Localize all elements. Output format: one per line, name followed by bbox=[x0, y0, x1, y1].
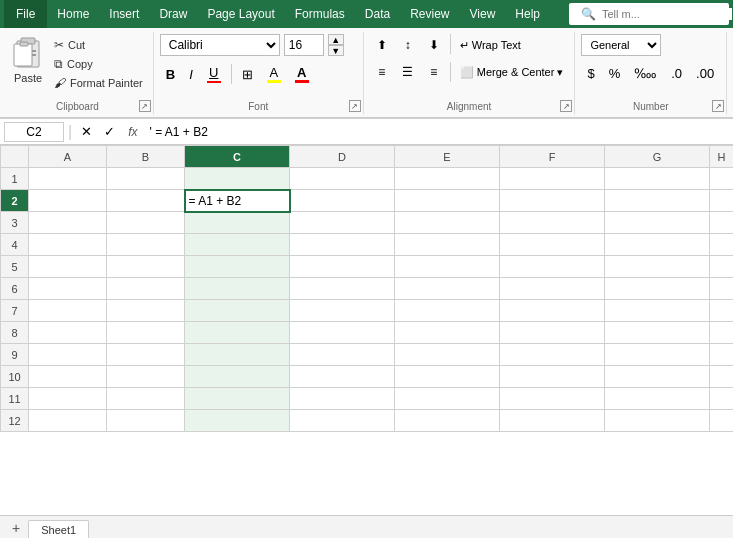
cell-C6[interactable] bbox=[185, 278, 290, 300]
cell-F9[interactable] bbox=[500, 344, 605, 366]
cell-A10[interactable] bbox=[29, 366, 107, 388]
cell-G10[interactable] bbox=[605, 366, 710, 388]
col-header-A[interactable]: A bbox=[29, 146, 107, 168]
col-header-G[interactable]: G bbox=[605, 146, 710, 168]
col-header-E[interactable]: E bbox=[395, 146, 500, 168]
cell-E3[interactable] bbox=[395, 212, 500, 234]
cell-F4[interactable] bbox=[500, 234, 605, 256]
col-header-H[interactable]: H bbox=[710, 146, 734, 168]
cell-C3[interactable] bbox=[185, 212, 290, 234]
search-input[interactable] bbox=[602, 8, 732, 20]
cell-G3[interactable] bbox=[605, 212, 710, 234]
cell-G4[interactable] bbox=[605, 234, 710, 256]
cell-F5[interactable] bbox=[500, 256, 605, 278]
menu-home[interactable]: Home bbox=[47, 3, 99, 25]
cell-B9[interactable] bbox=[107, 344, 185, 366]
cell-G9[interactable] bbox=[605, 344, 710, 366]
decrease-decimal-button[interactable]: .00 bbox=[690, 61, 720, 85]
cut-button[interactable]: ✂ Cut bbox=[50, 36, 147, 54]
cell-B7[interactable] bbox=[107, 300, 185, 322]
cell-A12[interactable] bbox=[29, 410, 107, 432]
bold-button[interactable]: B bbox=[160, 62, 181, 86]
row-number-4[interactable]: 4 bbox=[1, 234, 29, 256]
cell-A5[interactable] bbox=[29, 256, 107, 278]
row-number-12[interactable]: 12 bbox=[1, 410, 29, 432]
cell-A11[interactable] bbox=[29, 388, 107, 410]
cell-E12[interactable] bbox=[395, 410, 500, 432]
cell-C5[interactable] bbox=[185, 256, 290, 278]
cell-B4[interactable] bbox=[107, 234, 185, 256]
col-header-D[interactable]: D bbox=[290, 146, 395, 168]
cell-H2[interactable] bbox=[710, 190, 734, 212]
cell-B6[interactable] bbox=[107, 278, 185, 300]
cell-E7[interactable] bbox=[395, 300, 500, 322]
cell-F12[interactable] bbox=[500, 410, 605, 432]
file-menu[interactable]: File bbox=[4, 0, 47, 28]
align-bottom-button[interactable]: ⬇ bbox=[422, 34, 446, 56]
align-left-button[interactable]: ≡ bbox=[370, 61, 394, 83]
cell-F8[interactable] bbox=[500, 322, 605, 344]
formula-input[interactable] bbox=[146, 124, 730, 140]
cell-C12[interactable] bbox=[185, 410, 290, 432]
add-sheet-button[interactable]: + bbox=[4, 517, 28, 538]
decrease-font-button[interactable]: ▼ bbox=[328, 45, 344, 56]
cell-C1[interactable] bbox=[185, 168, 290, 190]
cell-D12[interactable] bbox=[290, 410, 395, 432]
row-number-10[interactable]: 10 bbox=[1, 366, 29, 388]
row-number-9[interactable]: 9 bbox=[1, 344, 29, 366]
cell-H4[interactable] bbox=[710, 234, 734, 256]
font-color-button[interactable]: A bbox=[289, 62, 315, 86]
col-header-F[interactable]: F bbox=[500, 146, 605, 168]
cell-C4[interactable] bbox=[185, 234, 290, 256]
cell-H12[interactable] bbox=[710, 410, 734, 432]
cell-F1[interactable] bbox=[500, 168, 605, 190]
cell-E10[interactable] bbox=[395, 366, 500, 388]
fill-color-button[interactable]: A bbox=[261, 62, 287, 86]
cell-D2[interactable] bbox=[290, 190, 395, 212]
cell-G2[interactable] bbox=[605, 190, 710, 212]
cancel-button[interactable]: ✕ bbox=[76, 122, 97, 141]
cell-H6[interactable] bbox=[710, 278, 734, 300]
cell-H11[interactable] bbox=[710, 388, 734, 410]
menu-data[interactable]: Data bbox=[355, 3, 400, 25]
merge-center-button[interactable]: ⬜ Merge & Center ▾ bbox=[455, 63, 569, 82]
cell-C8[interactable] bbox=[185, 322, 290, 344]
font-name-selector[interactable]: Calibri bbox=[160, 34, 280, 56]
sheet-tab-sheet1[interactable]: Sheet1 bbox=[28, 520, 89, 538]
cell-B2[interactable] bbox=[107, 190, 185, 212]
confirm-button[interactable]: ✓ bbox=[99, 122, 120, 141]
cell-E8[interactable] bbox=[395, 322, 500, 344]
row-number-3[interactable]: 3 bbox=[1, 212, 29, 234]
cell-B1[interactable] bbox=[107, 168, 185, 190]
menu-review[interactable]: Review bbox=[400, 3, 459, 25]
cell-A9[interactable] bbox=[29, 344, 107, 366]
cell-F6[interactable] bbox=[500, 278, 605, 300]
cell-B12[interactable] bbox=[107, 410, 185, 432]
number-expand[interactable]: ↗ bbox=[712, 100, 724, 112]
cell-E11[interactable] bbox=[395, 388, 500, 410]
menu-page-layout[interactable]: Page Layout bbox=[197, 3, 284, 25]
clipboard-expand[interactable]: ↗ bbox=[139, 100, 151, 112]
comma-button[interactable]: ‱ bbox=[628, 61, 663, 85]
cell-H3[interactable] bbox=[710, 212, 734, 234]
cell-B8[interactable] bbox=[107, 322, 185, 344]
cell-G12[interactable] bbox=[605, 410, 710, 432]
format-painter-button[interactable]: 🖌 Format Painter bbox=[50, 74, 147, 92]
increase-font-button[interactable]: ▲ bbox=[328, 34, 344, 45]
row-number-5[interactable]: 5 bbox=[1, 256, 29, 278]
row-number-6[interactable]: 6 bbox=[1, 278, 29, 300]
cell-D8[interactable] bbox=[290, 322, 395, 344]
font-expand[interactable]: ↗ bbox=[349, 100, 361, 112]
menu-draw[interactable]: Draw bbox=[149, 3, 197, 25]
cell-A7[interactable] bbox=[29, 300, 107, 322]
cell-E1[interactable] bbox=[395, 168, 500, 190]
cell-reference-box[interactable] bbox=[4, 122, 64, 142]
currency-button[interactable]: $ bbox=[581, 61, 600, 85]
cell-B3[interactable] bbox=[107, 212, 185, 234]
increase-decimal-button[interactable]: .0 bbox=[665, 61, 688, 85]
cell-C9[interactable] bbox=[185, 344, 290, 366]
borders-button[interactable]: ⊞ bbox=[236, 62, 259, 86]
cell-D11[interactable] bbox=[290, 388, 395, 410]
cell-D10[interactable] bbox=[290, 366, 395, 388]
alignment-expand[interactable]: ↗ bbox=[560, 100, 572, 112]
